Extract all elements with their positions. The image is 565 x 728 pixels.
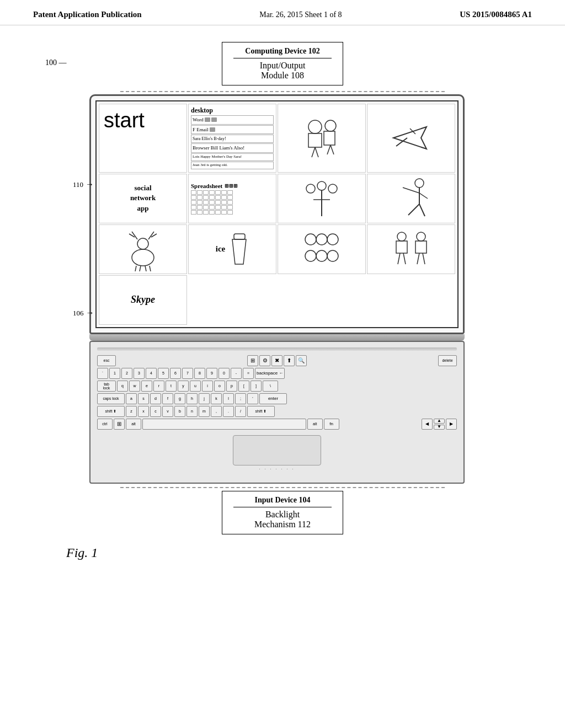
- touchpad[interactable]: [233, 435, 321, 465]
- key-p[interactable]: p: [226, 381, 237, 392]
- key-9[interactable]: 9: [206, 368, 217, 379]
- sara-item: Sara Ellio's B-day!: [191, 135, 274, 143]
- key-esc[interactable]: esc: [97, 355, 116, 366]
- tile-deer: [99, 224, 187, 274]
- svg-rect-1: [308, 133, 322, 147]
- svg-line-6: [327, 145, 331, 154]
- key-y[interactable]: y: [178, 381, 189, 392]
- key-3[interactable]: 3: [134, 368, 145, 379]
- tile-karate: [367, 174, 455, 223]
- key-alt[interactable]: alt: [126, 419, 141, 430]
- key-minus[interactable]: -: [231, 368, 242, 379]
- key-nav-up[interactable]: ▲: [434, 419, 445, 424]
- key-2[interactable]: 2: [121, 368, 132, 379]
- key-nav-down[interactable]: ▼: [434, 425, 445, 430]
- bottom-diagram: Input Device 104 Backlight Mechanism 112: [33, 491, 532, 534]
- key-fn[interactable]: fn: [324, 419, 339, 430]
- label-110: 110 →: [73, 180, 94, 189]
- key-delete[interactable]: delete: [438, 355, 457, 366]
- key-backspace[interactable]: backspace ←: [255, 368, 285, 379]
- key-g[interactable]: g: [174, 393, 185, 404]
- input-device-title: Input Device 104: [233, 496, 332, 507]
- io-module-label: Input/Output Module 108: [233, 61, 332, 81]
- key-u[interactable]: u: [190, 381, 201, 392]
- key-7[interactable]: 7: [182, 368, 193, 379]
- key-capslock[interactable]: caps lock: [97, 393, 125, 404]
- browser-item: Browser Bill Liam's Also!: [191, 143, 274, 153]
- svg-point-13: [415, 179, 424, 188]
- key-x[interactable]: x: [138, 406, 149, 417]
- key-nav-right[interactable]: ▶: [446, 419, 457, 430]
- kb-row-asdf: caps lock a s d f g h j k l ; ' enter: [97, 393, 457, 404]
- tile-ice: ice: [188, 224, 276, 274]
- key-8[interactable]: 8: [194, 368, 205, 379]
- key-tab[interactable]: tablock: [97, 381, 116, 392]
- key-semicolon[interactable]: ;: [235, 393, 246, 404]
- key-win2[interactable]: ⊞: [114, 419, 125, 430]
- svg-point-26: [305, 234, 316, 245]
- key-j[interactable]: j: [199, 393, 210, 404]
- key-search[interactable]: 🔍: [296, 355, 307, 366]
- key-enter[interactable]: enter: [259, 393, 287, 404]
- flowers-svg: [300, 178, 344, 219]
- key-1[interactable]: 1: [109, 368, 120, 379]
- svg-rect-3: [324, 131, 335, 145]
- key-backslash[interactable]: \: [263, 381, 278, 392]
- key-x[interactable]: ✖: [271, 355, 282, 366]
- key-comma[interactable]: ,: [211, 406, 222, 417]
- key-win[interactable]: ⊞: [247, 355, 258, 366]
- key-d[interactable]: d: [150, 393, 161, 404]
- key-space[interactable]: [142, 419, 306, 430]
- svg-line-7: [331, 145, 334, 154]
- key-gear[interactable]: ⚙: [259, 355, 270, 366]
- key-q[interactable]: q: [117, 381, 128, 392]
- key-h[interactable]: h: [186, 393, 198, 404]
- key-nav-left[interactable]: ◀: [422, 419, 433, 430]
- key-l[interactable]: l: [223, 393, 234, 404]
- key-shift-left[interactable]: shift ⬆: [97, 406, 125, 417]
- key-ctrl[interactable]: ctrl: [97, 419, 113, 430]
- tile-spreadsheet: Spreadsheet ⊞⊞⊞: [188, 174, 276, 223]
- key-n[interactable]: n: [186, 406, 198, 417]
- tile-start: start: [99, 104, 187, 173]
- key-alt-right[interactable]: alt: [307, 419, 323, 430]
- key-v[interactable]: v: [162, 406, 173, 417]
- key-rbracket[interactable]: ]: [250, 381, 262, 392]
- svg-point-10: [328, 184, 337, 193]
- key-z[interactable]: z: [126, 406, 137, 417]
- laptop-wrapper: 110 → 106 → start desktop Wor: [89, 94, 476, 484]
- key-4[interactable]: 4: [146, 368, 157, 379]
- kb-row-function: esc ⊞ ⚙ ✖ ⬆ 🔍 delete: [97, 355, 457, 366]
- key-up-arrow[interactable]: ⬆: [284, 355, 295, 366]
- key-i[interactable]: i: [202, 381, 213, 392]
- key-w[interactable]: w: [129, 381, 140, 392]
- key-o[interactable]: o: [214, 381, 225, 392]
- key-r[interactable]: r: [153, 381, 164, 392]
- kb-row-zxcv: shift ⬆ z x c v b n m , . / shift ⬆: [97, 406, 457, 417]
- key-b[interactable]: b: [174, 406, 185, 417]
- key-5[interactable]: 5: [158, 368, 169, 379]
- key-6[interactable]: 6: [170, 368, 181, 379]
- key-0[interactable]: 0: [218, 368, 230, 379]
- svg-line-35: [403, 253, 406, 264]
- dashed-connector-bottom: [33, 487, 532, 488]
- key-quote[interactable]: ': [247, 393, 258, 404]
- svg-line-24: [150, 266, 151, 271]
- key-period[interactable]: .: [223, 406, 234, 417]
- key-e[interactable]: e: [141, 381, 152, 392]
- key-k[interactable]: k: [211, 393, 222, 404]
- key-a[interactable]: a: [126, 393, 137, 404]
- key-f[interactable]: f: [162, 393, 173, 404]
- svg-line-5: [315, 147, 318, 157]
- email-item: F Email: [191, 125, 274, 135]
- key-backtick[interactable]: `: [97, 368, 108, 379]
- key-shift-right[interactable]: shift ⬆: [247, 406, 275, 417]
- key-s[interactable]: s: [138, 393, 149, 404]
- keyboard-top-bar: [97, 347, 457, 351]
- key-t[interactable]: t: [166, 381, 177, 392]
- key-equals[interactable]: =: [243, 368, 254, 379]
- key-m[interactable]: m: [199, 406, 210, 417]
- key-slash[interactable]: /: [235, 406, 246, 417]
- key-lbracket[interactable]: [: [238, 381, 249, 392]
- key-c[interactable]: c: [150, 406, 161, 417]
